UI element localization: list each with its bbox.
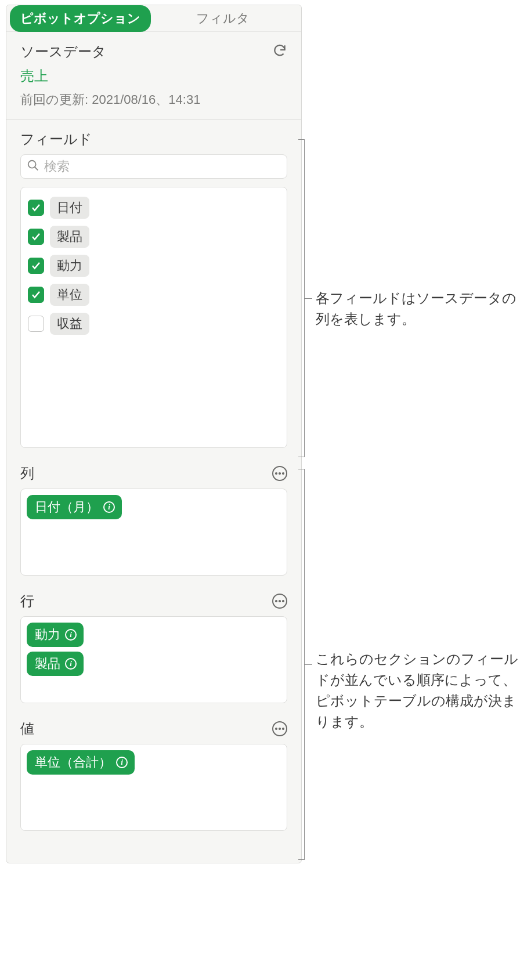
pill-date-month[interactable]: 日付（月） i [27,495,122,519]
info-icon[interactable]: i [65,629,77,641]
pill-label: 動力 [35,626,60,643]
checkbox-power[interactable] [28,258,44,274]
values-zone-box[interactable]: 単位（合計） i [20,744,287,831]
panel-body: ソースデータ 売上 前回の更新: 2021/08/16、14:31 フィールド … [6,32,301,841]
svg-point-0 [28,161,36,168]
fields-list: 日付 製品 動力 単位 収益 [20,187,287,448]
field-tag-unit[interactable]: 単位 [50,284,89,306]
search-input[interactable] [44,159,281,174]
checkbox-date[interactable] [28,200,44,216]
checkbox-revenue[interactable] [28,316,44,332]
callout-line-fields [304,298,312,299]
field-tag-date[interactable]: 日付 [50,197,89,219]
source-data-label: ソースデータ [20,42,106,61]
rows-zone-label: 行 [20,592,34,610]
tab-filter[interactable]: フィルタ [186,5,260,32]
source-table-name[interactable]: 売上 [20,67,287,85]
divider [6,119,301,120]
rows-more-icon[interactable] [272,594,287,609]
search-icon [27,159,39,174]
rows-zone-box[interactable]: 動力 i 製品 i [20,616,287,703]
refresh-icon[interactable] [272,43,287,60]
pill-label: 単位（合計） [35,754,111,771]
values-zone-label: 値 [20,719,34,738]
field-row-revenue[interactable]: 収益 [26,309,282,338]
tab-bar: ピボットオプション フィルタ [6,5,301,32]
pill-power[interactable]: 動力 i [27,623,84,647]
svg-line-1 [35,167,38,171]
field-row-power[interactable]: 動力 [26,251,282,280]
columns-more-icon[interactable] [272,466,287,481]
fields-label: フィールド [20,130,287,149]
info-icon[interactable]: i [103,501,115,513]
field-row-date[interactable]: 日付 [26,193,282,222]
callout-line-zones [304,664,312,665]
values-more-icon[interactable] [272,721,287,736]
rows-zone-header: 行 [20,592,287,610]
field-tag-revenue[interactable]: 収益 [50,313,89,335]
search-input-container[interactable] [20,154,287,179]
pivot-options-panel: ピボットオプション フィルタ ソースデータ 売上 前回の更新: 2021/08/… [6,5,302,863]
columns-zone-box[interactable]: 日付（月） i [20,489,287,576]
field-row-product[interactable]: 製品 [26,222,282,251]
last-updated-text: 前回の更新: 2021/08/16、14:31 [20,91,287,109]
columns-zone-header: 列 [20,464,287,483]
field-row-unit[interactable]: 単位 [26,280,282,309]
callout-zones: これらのセクションのフィールドが並んでいる順序によって、ピボットテーブルの構成が… [316,649,525,732]
field-tag-power[interactable]: 動力 [50,255,89,277]
pill-product[interactable]: 製品 i [27,652,84,676]
pill-label: 製品 [35,655,60,672]
source-data-row: ソースデータ [20,42,287,61]
checkbox-product[interactable] [28,229,44,245]
tab-pivot-options[interactable]: ピボットオプション [10,5,151,32]
columns-zone-label: 列 [20,464,34,483]
info-icon[interactable]: i [116,757,128,768]
values-zone-header: 値 [20,719,287,738]
callout-fields: 各フィールドはソースデータの列を表します。 [316,288,525,330]
checkbox-unit[interactable] [28,287,44,303]
pill-label: 日付（月） [35,498,99,516]
field-tag-product[interactable]: 製品 [50,226,89,248]
pill-unit-sum[interactable]: 単位（合計） i [27,750,135,775]
info-icon[interactable]: i [65,658,77,670]
